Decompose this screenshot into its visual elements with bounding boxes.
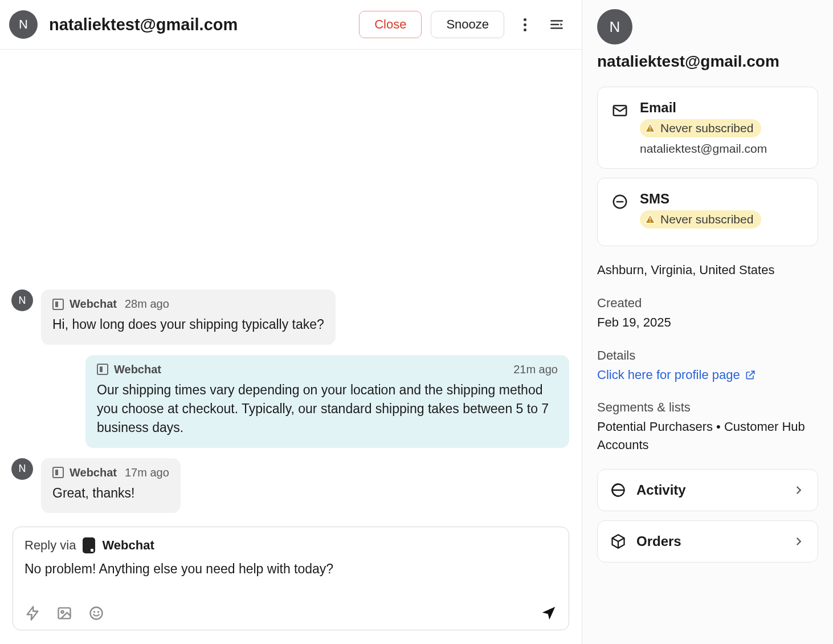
message-avatar: N xyxy=(11,290,33,311)
webchat-icon xyxy=(52,299,64,310)
svg-marker-3 xyxy=(561,23,563,26)
ai-suggest-button[interactable] xyxy=(24,605,40,621)
svg-point-9 xyxy=(98,612,99,612)
email-card-address: nataliektest@gmail.com xyxy=(640,142,767,156)
svg-point-7 xyxy=(91,608,103,619)
mail-icon xyxy=(610,100,630,156)
header-avatar: N xyxy=(9,10,38,39)
email-subscription-badge: Never subscribed xyxy=(640,119,761,137)
more-vertical-icon xyxy=(524,18,526,31)
created-date: Feb 19, 2025 xyxy=(597,313,818,332)
reply-composer: Reply via Webchat xyxy=(13,527,569,630)
activity-nav-card[interactable]: Activity xyxy=(597,469,818,511)
message-avatar: N xyxy=(11,458,33,480)
toggle-sidebar-button[interactable] xyxy=(545,13,568,36)
message-list: N Webchat 28m ago Hi, how long does your… xyxy=(0,50,582,527)
message-timestamp: 21m ago xyxy=(513,363,558,376)
reply-channel-selector[interactable]: Webchat xyxy=(102,538,154,553)
attach-image-button[interactable] xyxy=(56,605,72,621)
svg-marker-4 xyxy=(27,606,38,619)
message-body: Hi, how long does your shipping typicall… xyxy=(52,315,324,334)
chevron-right-icon xyxy=(793,484,805,496)
message-channel: Webchat xyxy=(70,297,117,311)
message-outgoing: Webchat 21m ago Our shipping times vary … xyxy=(11,355,569,448)
activity-icon xyxy=(610,482,626,498)
conversation-header: N nataliektest@gmail.com Close Snooze xyxy=(0,0,582,50)
chevron-right-icon xyxy=(793,535,805,548)
reply-via-label: Reply via xyxy=(24,538,76,553)
profile-page-link[interactable]: Click here for profile page xyxy=(597,366,756,384)
external-link-icon xyxy=(745,369,756,381)
segments-label: Segments & lists xyxy=(597,398,818,417)
sms-channel-card: SMS Never subscribed xyxy=(597,178,818,246)
message-timestamp: 17m ago xyxy=(125,466,169,479)
email-card-title: Email xyxy=(640,100,767,116)
svg-point-8 xyxy=(94,612,95,612)
details-label: Details xyxy=(597,347,818,365)
message-channel: Webchat xyxy=(114,363,161,376)
created-label: Created xyxy=(597,294,818,312)
close-button[interactable]: Close xyxy=(359,11,422,38)
customer-location: Ashburn, Virginia, United States xyxy=(597,261,818,279)
segments-value: Potential Purchasers • Customer Hub Acco… xyxy=(597,418,818,454)
message-timestamp: 28m ago xyxy=(125,297,169,311)
message-incoming: N Webchat 28m ago Hi, how long does your… xyxy=(11,290,569,344)
sidebar-customer-name: nataliektest@gmail.com xyxy=(597,52,818,71)
customer-sidebar: N nataliektest@gmail.com Email Never sub… xyxy=(582,0,833,644)
message-body: Our shipping times vary depending on you… xyxy=(97,381,558,438)
reply-textarea[interactable] xyxy=(24,561,557,592)
webchat-chip-icon xyxy=(83,537,95,553)
lightning-icon xyxy=(24,605,40,621)
message-body: Great, thanks! xyxy=(52,484,169,503)
sms-card-title: SMS xyxy=(640,191,761,207)
email-channel-card: Email Never subscribed nataliektest@gmai… xyxy=(597,87,818,169)
svg-point-6 xyxy=(61,611,63,613)
package-icon xyxy=(610,533,626,549)
emoji-button[interactable] xyxy=(88,605,104,621)
sidebar-avatar: N xyxy=(597,9,632,44)
more-actions-button[interactable] xyxy=(513,13,536,36)
smile-icon xyxy=(88,605,104,621)
message-channel: Webchat xyxy=(70,466,117,479)
webchat-icon xyxy=(97,364,108,375)
warning-icon xyxy=(644,214,656,225)
header-customer-email: nataliektest@gmail.com xyxy=(49,15,350,34)
sms-icon xyxy=(610,191,630,233)
image-icon xyxy=(56,605,72,621)
sms-subscription-badge: Never subscribed xyxy=(640,210,761,229)
message-incoming: N Webchat 17m ago Great, thanks! xyxy=(11,458,569,513)
webchat-icon xyxy=(52,467,64,478)
orders-nav-card[interactable]: Orders xyxy=(597,520,818,563)
send-button[interactable] xyxy=(540,605,557,622)
warning-icon xyxy=(644,123,656,134)
snooze-button[interactable]: Snooze xyxy=(431,11,504,38)
send-icon xyxy=(540,605,557,622)
panel-collapse-icon xyxy=(549,17,564,32)
